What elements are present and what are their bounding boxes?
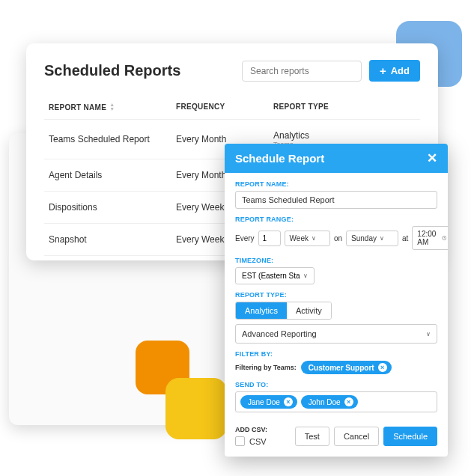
send-to-input[interactable]: Jane Doe × John Doe ×: [235, 391, 437, 412]
field-report-range: REPORT RANGE: Every Week ∨ on Sunday ∨ a…: [235, 216, 437, 250]
chevron-down-icon: ∨: [426, 331, 431, 338]
modal-header: Schedule Report ✕: [225, 144, 448, 173]
range-time-input[interactable]: 12:00 AM: [412, 226, 448, 250]
label-timezone: TIMEZONE:: [235, 257, 437, 264]
cell-frequency: Every Month: [176, 134, 273, 144]
add-button[interactable]: + Add: [369, 60, 420, 82]
report-name-input[interactable]: [235, 191, 437, 209]
chip-remove-icon[interactable]: ×: [284, 397, 293, 406]
modal-footer: Test Cancel Schedule: [295, 427, 437, 446]
cell-report-name: Agent Details: [49, 170, 176, 180]
field-report-name: REPORT NAME:: [235, 180, 437, 209]
schedule-report-modal: Schedule Report ✕ REPORT NAME: REPORT RA…: [225, 144, 448, 457]
clock-icon: [442, 234, 447, 242]
test-button[interactable]: Test: [295, 427, 329, 446]
chevron-down-icon: ∨: [380, 235, 384, 242]
label-report-range: REPORT RANGE:: [235, 216, 437, 223]
column-header-frequency[interactable]: FREQUENCY: [176, 103, 273, 112]
report-type-toggle: Analytics Activity: [235, 302, 332, 320]
label-report-name: REPORT NAME:: [235, 180, 437, 188]
label-report-type: REPORT TYPE:: [235, 291, 437, 299]
report-type-select[interactable]: Advanced Reporting ∨: [235, 324, 437, 344]
plus-icon: +: [380, 65, 386, 76]
csv-checkbox[interactable]: [235, 436, 245, 446]
recipient-chip[interactable]: Jane Doe ×: [240, 395, 297, 409]
field-filter-by: FILTER BY: Filtering by Teams: Customer …: [235, 350, 437, 374]
toggle-activity[interactable]: Activity: [287, 302, 331, 319]
cell-report-name: Teams Scheduled Report: [49, 134, 176, 144]
chevron-down-icon: ∨: [303, 272, 308, 279]
modal-title: Schedule Report: [235, 152, 324, 165]
csv-checkbox-row: CSV: [235, 436, 267, 446]
filter-prefix: Filtering by Teams:: [235, 364, 297, 371]
cell-report-name: Dispositions: [49, 202, 176, 213]
column-header-type[interactable]: REPORT TYPE: [273, 103, 416, 112]
decorative-yellow-square: [165, 378, 227, 439]
range-every-input[interactable]: [258, 231, 281, 246]
chevron-down-icon: ∨: [312, 235, 316, 242]
page-title: Scheduled Reports: [44, 62, 234, 79]
filter-controls: Filtering by Teams: Customer Support ×: [235, 361, 437, 374]
toggle-analytics[interactable]: Analytics: [236, 302, 287, 319]
column-header-name[interactable]: REPORT NAME ▲▼: [49, 103, 176, 112]
add-button-label: Add: [391, 65, 410, 76]
chip-remove-icon[interactable]: ×: [378, 363, 387, 372]
label-send-to: SEND TO:: [235, 381, 437, 388]
csv-label: CSV: [249, 437, 267, 446]
close-icon[interactable]: ✕: [427, 152, 437, 165]
recipient-chip[interactable]: John Doe ×: [301, 395, 358, 409]
range-unit-select[interactable]: Week ∨: [285, 231, 330, 246]
modal-body: REPORT NAME: REPORT RANGE: Every Week ∨ …: [225, 173, 448, 457]
panel-header: Scheduled Reports + Add: [44, 60, 420, 82]
field-add-csv: ADD CSV: CSV: [235, 426, 267, 446]
cancel-button[interactable]: Cancel: [334, 427, 379, 446]
field-timezone: TIMEZONE: EST (Eastern Sta ∨: [235, 257, 437, 284]
search-input-container[interactable]: [242, 61, 362, 82]
search-input[interactable]: [250, 66, 362, 76]
range-at-label: at: [402, 234, 408, 242]
chip-remove-icon[interactable]: ×: [344, 397, 353, 406]
schedule-button[interactable]: Schedule: [383, 427, 437, 446]
table-header: REPORT NAME ▲▼ FREQUENCY REPORT TYPE: [44, 95, 420, 119]
sort-icon: ▲▼: [109, 103, 115, 112]
cell-report-name: Snapshot: [49, 234, 176, 245]
range-controls: Every Week ∨ on Sunday ∨ at 12:00 AM: [235, 226, 437, 250]
field-report-type: REPORT TYPE: Analytics Activity Advanced…: [235, 291, 437, 344]
field-send-to: SEND TO: Jane Doe × John Doe ×: [235, 381, 437, 412]
range-day-select[interactable]: Sunday ∨: [346, 231, 398, 246]
range-every-label: Every: [235, 234, 255, 242]
filter-chip[interactable]: Customer Support ×: [301, 361, 392, 374]
range-on-label: on: [334, 234, 342, 242]
label-add-csv: ADD CSV:: [235, 426, 267, 433]
label-filter-by: FILTER BY:: [235, 350, 437, 358]
timezone-select[interactable]: EST (Eastern Sta ∨: [235, 267, 314, 284]
